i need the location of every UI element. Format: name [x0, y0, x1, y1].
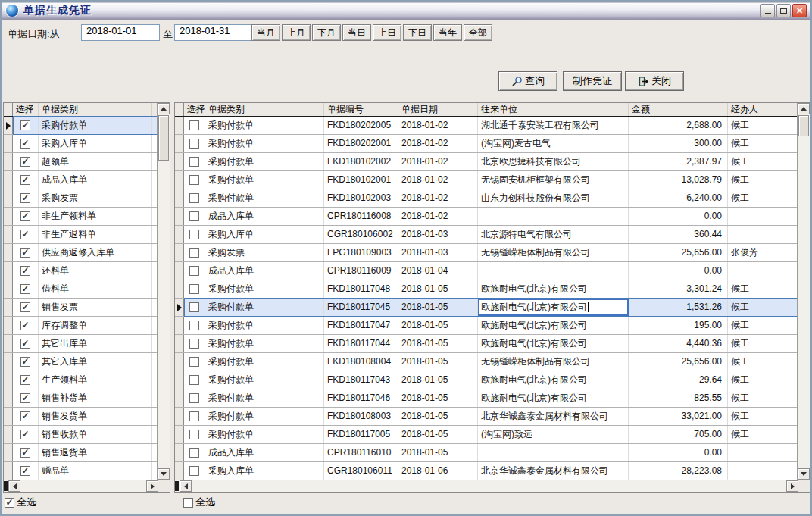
document-row[interactable]: 采购付款单 FKD180108004 2018-01-05 无锡镒嵘柜体制品有限…: [175, 353, 798, 371]
agent-cell[interactable]: 候工: [728, 189, 773, 207]
category-name-cell[interactable]: 生产领料单: [39, 371, 152, 389]
scroll-down-button[interactable]: [158, 468, 170, 480]
document-row[interactable]: 成品入库单 CPR180116008 2018-01-02 0.00: [175, 208, 798, 226]
category-checkbox[interactable]: [20, 284, 30, 294]
agent-cell[interactable]: [728, 208, 773, 225]
document-row[interactable]: 采购付款单 FKD180108003 2018-01-05 北京华诚鑫泰金属材料…: [175, 408, 798, 426]
category-row[interactable]: 采购入库单: [4, 135, 158, 153]
document-select-cell[interactable]: [184, 317, 205, 334]
category-name-cell[interactable]: 非生产领料单: [39, 208, 152, 225]
amount-cell[interactable]: 33,021.00: [629, 408, 728, 425]
document-row[interactable]: 采购付款单 FKD180202001 2018-01-02 (淘宝网)麦古电气 …: [175, 135, 798, 153]
document-checkbox[interactable]: [189, 393, 199, 403]
category-select-cell[interactable]: [13, 280, 39, 298]
doc-type-cell[interactable]: 成品入库单: [205, 444, 324, 461]
doc-type-cell[interactable]: 采购发票: [205, 244, 324, 261]
doc-type-cell[interactable]: 采购付款单: [205, 389, 324, 407]
category-grid-hscrollbar[interactable]: [4, 480, 158, 492]
category-row[interactable]: 非生产领料单: [4, 208, 158, 226]
category-name-cell[interactable]: 采购发票: [39, 189, 152, 207]
category-grid-vscrollbar[interactable]: [157, 103, 170, 480]
document-row[interactable]: 成品入库单 CPR180116009 2018-01-04 0.00: [175, 262, 798, 280]
category-select-cell[interactable]: [13, 153, 39, 170]
doc-type-cell[interactable]: 成品入库单: [205, 208, 324, 225]
doc-no-cell[interactable]: FKD180117005: [324, 426, 398, 443]
document-grid-hscrollbar[interactable]: [175, 480, 798, 492]
party-cell[interactable]: 欧施耐电气(北京)有限公司: [478, 299, 629, 316]
party-cell[interactable]: 无锡镒嵘柜体制品有限公司: [478, 244, 629, 261]
doc-type-cell[interactable]: 采购付款单: [205, 280, 324, 298]
category-checkbox[interactable]: [20, 430, 30, 439]
category-row[interactable]: 销售补货单: [4, 389, 158, 408]
document-checkbox[interactable]: [189, 411, 199, 421]
doc-no-cell[interactable]: FKD180117043: [324, 371, 398, 389]
amount-cell[interactable]: 195.00: [629, 317, 728, 334]
category-row[interactable]: 其它出库单: [4, 335, 158, 353]
agent-cell[interactable]: 候工: [728, 299, 773, 316]
doc-type-cell[interactable]: 采购付款单: [205, 353, 324, 371]
party-cell[interactable]: 湖北通千泰安装工程有限公司: [478, 117, 629, 134]
amount-cell[interactable]: 705.00: [629, 426, 728, 443]
doc-no-cell[interactable]: CPR180116008: [324, 208, 398, 225]
document-row[interactable]: 采购付款单 FKD180202005 2018-01-02 湖北通千泰安装工程有…: [175, 117, 798, 135]
quick-button-next-day[interactable]: 下日: [403, 24, 432, 41]
category-name-cell[interactable]: 销售发货单: [39, 408, 152, 425]
document-row[interactable]: 采购发票 FPG180109003 2018-01-03 无锡镒嵘柜体制品有限公…: [175, 244, 798, 262]
party-cell[interactable]: [478, 444, 629, 461]
right-select-all[interactable]: 全选: [183, 496, 215, 509]
doc-type-cell[interactable]: 采购付款单: [205, 153, 324, 170]
doc-date-cell[interactable]: 2018-01-03: [398, 226, 478, 243]
category-checkbox[interactable]: [20, 266, 30, 276]
party-cell[interactable]: 无锡固安机柜框架有限公司: [478, 171, 629, 189]
doc-no-cell[interactable]: FPG180109003: [324, 244, 398, 261]
vscroll-thumb[interactable]: [158, 115, 169, 161]
document-select-cell[interactable]: [184, 462, 205, 480]
category-select-cell[interactable]: [13, 208, 39, 225]
scroll-left-button[interactable]: [180, 480, 192, 492]
amount-cell[interactable]: 0.00: [629, 262, 728, 280]
agent-cell[interactable]: 候工: [728, 408, 773, 425]
party-cell[interactable]: [478, 208, 629, 225]
category-select-cell[interactable]: [13, 135, 39, 152]
amount-cell[interactable]: 25,656.00: [629, 353, 728, 371]
document-row[interactable]: 采购入库单 CGR180106011 2018-01-06 北京华诚鑫泰金属材料…: [175, 462, 798, 480]
query-button[interactable]: 查询: [498, 71, 557, 91]
category-checkbox[interactable]: [20, 393, 30, 403]
document-checkbox[interactable]: [189, 321, 199, 330]
document-grid-vscrollbar[interactable]: [797, 103, 810, 480]
document-row[interactable]: 采购付款单 FKD180117046 2018-01-05 欧施耐电气(北京)有…: [175, 389, 798, 408]
category-checkbox[interactable]: [20, 375, 30, 385]
party-cell[interactable]: 欧施耐电气(北京)有限公司: [478, 389, 629, 407]
category-select-cell[interactable]: [13, 408, 39, 425]
amount-cell[interactable]: 25,656.00: [629, 244, 728, 261]
document-checkbox[interactable]: [189, 266, 199, 276]
left-select-all-checkbox[interactable]: [5, 498, 14, 508]
doc-no-cell[interactable]: FKD180117044: [324, 335, 398, 352]
category-name-cell[interactable]: 成品入库单: [39, 171, 152, 189]
doc-type-cell[interactable]: 采购入库单: [205, 226, 324, 243]
category-row[interactable]: 非生产退料单: [4, 226, 158, 244]
agent-cell[interactable]: 候工: [728, 153, 773, 170]
agent-cell[interactable]: [728, 444, 773, 461]
category-checkbox[interactable]: [20, 120, 30, 130]
date-from-input[interactable]: 2018-01-01: [81, 24, 160, 41]
category-checkbox[interactable]: [20, 357, 30, 367]
quick-button-current-month[interactable]: 当月: [251, 24, 280, 41]
doc-date-cell[interactable]: 2018-01-05: [398, 353, 478, 371]
document-checkbox[interactable]: [189, 357, 199, 367]
category-checkbox[interactable]: [20, 157, 30, 167]
party-cell[interactable]: 山东力创科技股份有限公司: [478, 189, 629, 207]
party-cell[interactable]: 欧施耐电气(北京)有限公司: [478, 371, 629, 389]
category-select-cell[interactable]: [13, 462, 39, 480]
doc-type-cell[interactable]: 采购付款单: [205, 117, 324, 134]
category-row[interactable]: 销售发货单: [4, 408, 158, 426]
document-row[interactable]: 采购付款单 FKD180117048 2018-01-05 欧施耐电气(北京)有…: [175, 280, 798, 299]
doc-date-cell[interactable]: 2018-01-02: [398, 117, 478, 134]
doc-date-cell[interactable]: 2018-01-05: [398, 408, 478, 425]
category-checkbox[interactable]: [20, 175, 30, 185]
doc-no-cell[interactable]: CPR180116009: [324, 262, 398, 280]
doc-date-cell[interactable]: 2018-01-05: [398, 280, 478, 298]
category-row[interactable]: 生产领料单: [4, 371, 158, 389]
doc-type-cell[interactable]: 采购付款单: [205, 135, 324, 152]
document-select-cell[interactable]: [184, 117, 205, 134]
